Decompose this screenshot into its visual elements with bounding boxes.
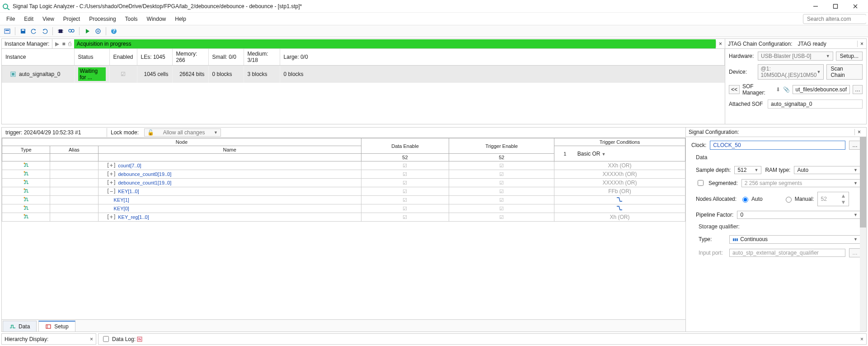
instance-row[interactable]: auto_signaltap_0 Waiting for ... ☑ 1045 … bbox=[2, 66, 725, 83]
signal-row[interactable]: [+]debounce_count1[19..0]☑☑XXXXXh (OR) bbox=[2, 179, 685, 187]
signal-alias[interactable] bbox=[50, 179, 98, 187]
compile-button[interactable] bbox=[3, 27, 12, 36]
data-enable-check[interactable]: ☑ bbox=[361, 161, 449, 170]
redo-button[interactable] bbox=[40, 27, 49, 36]
undo-button[interactable] bbox=[29, 27, 38, 36]
nodes-manual-radio[interactable]: Manual: bbox=[784, 195, 814, 203]
panel-close-icon[interactable]: × bbox=[90, 336, 93, 342]
tab-setup[interactable]: Setup bbox=[38, 321, 75, 332]
tab-data[interactable]: Data bbox=[3, 321, 37, 332]
data-enable-check[interactable]: ☑ bbox=[361, 204, 449, 213]
data-enable-check[interactable]: ☑ bbox=[361, 179, 449, 187]
signal-name[interactable]: [+]count[7..0] bbox=[98, 161, 361, 170]
browse-button[interactable]: … bbox=[853, 85, 863, 94]
minimize-button[interactable] bbox=[806, 0, 826, 13]
clock-input[interactable]: CLOCK_50 bbox=[710, 141, 845, 150]
col-status[interactable]: Status bbox=[74, 49, 109, 66]
back-button[interactable]: << bbox=[729, 85, 740, 94]
data-log-checkbox[interactable] bbox=[103, 336, 109, 342]
lock-mode-select[interactable]: 🔓 Allow all changes▼ bbox=[144, 128, 221, 137]
menu-help[interactable]: Help bbox=[170, 14, 191, 24]
menu-window[interactable]: Window bbox=[142, 14, 171, 24]
hardware-select[interactable]: USB-Blaster [USB-0]▼ bbox=[758, 52, 833, 61]
data-enable-check[interactable]: ☑ bbox=[361, 187, 449, 196]
clock-browse-button[interactable]: … bbox=[849, 141, 861, 150]
download-icon[interactable]: ⬇ bbox=[776, 86, 780, 93]
col-instance[interactable]: Instance bbox=[2, 49, 74, 66]
menu-view[interactable]: View bbox=[38, 14, 59, 24]
trigger-enable-check[interactable]: ☑ bbox=[449, 179, 554, 187]
search-input[interactable] bbox=[806, 15, 868, 23]
trigger-condition[interactable] bbox=[554, 196, 685, 204]
signal-name[interactable]: [+]debounce_count0[19..0] bbox=[98, 170, 361, 179]
col-memory[interactable]: Memory: 266 bbox=[172, 49, 208, 66]
signal-row[interactable]: KEY[1]☑☑ bbox=[2, 196, 685, 204]
trigger-enable-check[interactable]: ☑ bbox=[449, 204, 554, 213]
sample-depth-select[interactable]: 512▼ bbox=[734, 166, 761, 174]
nodes-auto-radio[interactable]: Auto bbox=[740, 195, 763, 203]
im-stop-icon[interactable]: ■ bbox=[62, 41, 65, 47]
close-button[interactable] bbox=[845, 0, 865, 13]
trigger-enable-check[interactable]: ☑ bbox=[449, 213, 554, 222]
panel-close-icon[interactable]: × bbox=[716, 41, 725, 47]
data-enable-check[interactable]: ☑ bbox=[361, 213, 449, 222]
col-medium[interactable]: Medium: 3/18 bbox=[244, 49, 280, 66]
im-run-icon[interactable]: ▶ bbox=[55, 41, 59, 47]
run-button[interactable] bbox=[83, 27, 92, 36]
scan-chain-button[interactable]: Scan Chain bbox=[826, 64, 863, 80]
sq-type-select[interactable]: Continuous ▼ bbox=[729, 235, 861, 244]
signal-alias[interactable] bbox=[50, 161, 98, 170]
menu-edit[interactable]: Edit bbox=[19, 14, 38, 24]
menu-processing[interactable]: Processing bbox=[84, 14, 120, 24]
col-small[interactable]: Small: 0/0 bbox=[208, 49, 244, 66]
panel-close-icon[interactable]: × bbox=[857, 41, 866, 47]
signal-row[interactable]: [−]KEY[1..0]☑☑FFb (OR) bbox=[2, 187, 685, 196]
signal-name[interactable]: [+]KEY_reg[1..0] bbox=[98, 213, 361, 222]
search-box[interactable] bbox=[803, 14, 866, 24]
signal-name[interactable]: KEY[1] bbox=[98, 196, 361, 204]
segmented-checkbox[interactable] bbox=[698, 180, 704, 186]
setup-button[interactable]: Setup... bbox=[836, 52, 863, 61]
device-select[interactable]: @1: 10M50DA(.|ES)/10M50▼ bbox=[758, 64, 824, 80]
sof-file-input[interactable]: ut_files/debounce.sof bbox=[793, 85, 850, 94]
maximize-button[interactable] bbox=[826, 0, 845, 13]
menu-tools[interactable]: Tools bbox=[121, 14, 142, 24]
signal-alias[interactable] bbox=[50, 187, 98, 196]
find-button[interactable] bbox=[67, 27, 76, 36]
help-button[interactable]: ? bbox=[109, 27, 118, 36]
trigger-condition[interactable]: XXXXXh (OR) bbox=[554, 170, 685, 179]
signal-name[interactable]: [+]debounce_count1[19..0] bbox=[98, 179, 361, 187]
panel-close-icon[interactable]: × bbox=[854, 129, 863, 135]
panel-close-icon[interactable]: × bbox=[860, 336, 863, 342]
data-enable-check[interactable]: ☑ bbox=[361, 170, 449, 179]
signal-alias[interactable] bbox=[50, 204, 98, 213]
menu-file[interactable]: File bbox=[2, 14, 19, 24]
signal-row[interactable]: KEY[0]☑☑ bbox=[2, 204, 685, 213]
signal-alias[interactable] bbox=[50, 196, 98, 204]
save-button[interactable] bbox=[19, 27, 28, 36]
tc-mode-select[interactable]: Basic OR ▼ bbox=[576, 146, 685, 161]
trigger-enable-check[interactable]: ☑ bbox=[449, 170, 554, 179]
add-trigger-button[interactable] bbox=[94, 27, 103, 36]
trigger-enable-check[interactable]: ☑ bbox=[449, 196, 554, 204]
signal-name[interactable]: [−]KEY[1..0] bbox=[98, 187, 361, 196]
scrollbar[interactable] bbox=[860, 137, 866, 332]
data-enable-check[interactable]: ☑ bbox=[361, 196, 449, 204]
signal-name[interactable]: KEY[0] bbox=[98, 204, 361, 213]
im-read-icon[interactable]: ⎙ bbox=[68, 41, 71, 47]
trigger-condition[interactable]: Xh (OR) bbox=[554, 213, 685, 222]
pipeline-factor-select[interactable]: 0▼ bbox=[737, 211, 861, 219]
signal-alias[interactable] bbox=[50, 213, 98, 222]
trigger-condition[interactable]: FFb (OR) bbox=[554, 187, 685, 196]
trigger-condition[interactable]: XXh (OR) bbox=[554, 161, 685, 170]
col-les[interactable]: LEs: 1045 bbox=[137, 49, 172, 66]
ram-type-select[interactable]: Auto▼ bbox=[794, 166, 861, 174]
signal-row[interactable]: [+]count[7..0]☑☑XXh (OR) bbox=[2, 161, 685, 170]
attach-icon[interactable]: 📎 bbox=[783, 86, 790, 93]
menu-project[interactable]: Project bbox=[59, 14, 84, 24]
chip-button[interactable] bbox=[56, 27, 65, 36]
trigger-enable-check[interactable]: ☑ bbox=[449, 187, 554, 196]
col-enabled[interactable]: Enabled bbox=[109, 49, 137, 66]
col-large[interactable]: Large: 0/0 bbox=[280, 49, 724, 66]
enabled-check[interactable]: ☑ bbox=[121, 71, 126, 77]
